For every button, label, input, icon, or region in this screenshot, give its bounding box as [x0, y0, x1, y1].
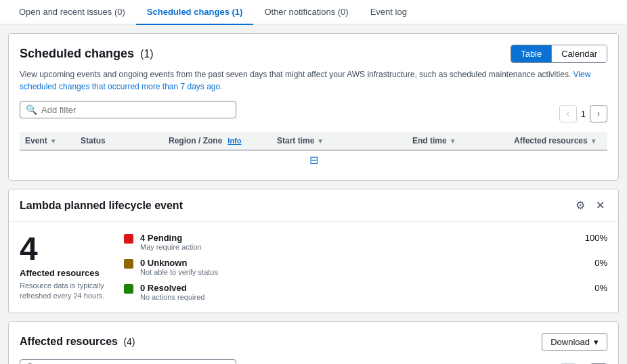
- tabs-bar: Open and recent issues (0) Scheduled cha…: [0, 0, 627, 25]
- page-number: 1: [581, 109, 586, 119]
- event-detail-panel: Lambda planned lifecycle event ⚙ ✕ 4 Aff…: [8, 189, 619, 313]
- search-icon: 🔍: [26, 104, 37, 115]
- resources-filter-row: 🔍 ‹ 1 ›: [20, 359, 607, 364]
- status-desc: May require action: [140, 243, 574, 251]
- expand-row-icon[interactable]: ⊟: [309, 154, 318, 166]
- status-row: 0 Resolved No actions required 0%: [124, 283, 607, 301]
- event-detail-header: Lambda planned lifecycle event ⚙ ✕: [9, 189, 618, 222]
- card-header: Scheduled changes (1) Table Calendar: [20, 45, 607, 63]
- col-region: Region / Zone Info: [169, 136, 277, 145]
- info-text: View upcoming events and ongoing events …: [20, 68, 607, 93]
- event-sort-icon[interactable]: ▼: [50, 137, 57, 145]
- status-breakdown: 4 Pending May require action 100% 0 Unkn…: [124, 233, 607, 302]
- status-name: 0 Resolved: [140, 283, 574, 293]
- table-view-btn[interactable]: Table: [511, 45, 552, 62]
- status-row: 0 Unknown Not able to verify status 0%: [124, 258, 607, 276]
- status-name: 0 Unknown: [140, 258, 574, 268]
- big-number-section: 4 Affected resources Resource data is ty…: [20, 233, 108, 302]
- affected-resources-label: Affected resources: [20, 268, 108, 278]
- col-status: Status: [81, 136, 169, 145]
- table-header: Event ▼ Status Region / Zone Info Start …: [20, 132, 607, 151]
- close-icon-btn[interactable]: ✕: [593, 198, 607, 213]
- status-desc: No actions required: [140, 293, 574, 301]
- tab-scheduled[interactable]: Scheduled changes (1): [136, 0, 254, 25]
- refresh-note: Resource data is typically refreshed eve…: [20, 281, 108, 302]
- status-dot: [124, 284, 133, 294]
- tab-open[interactable]: Open and recent issues (0): [8, 0, 136, 25]
- scheduled-changes-card: Scheduled changes (1) Table Calendar Vie…: [8, 33, 619, 181]
- affected-sort-icon[interactable]: ▼: [590, 137, 597, 145]
- scheduled-pagination: ‹ 1 ›: [559, 105, 607, 122]
- download-label: Download: [550, 337, 590, 347]
- col-affected-resources: Affected resources ▼: [514, 136, 602, 145]
- status-dot: [124, 259, 133, 269]
- download-chevron-icon: ▾: [594, 337, 599, 347]
- status-pct: 100%: [580, 233, 607, 243]
- scheduled-changes-title: Scheduled changes (1): [20, 47, 154, 61]
- start-time-sort-icon[interactable]: ▼: [317, 137, 324, 145]
- status-dot: [124, 234, 133, 244]
- status-info: 4 Pending May require action: [140, 233, 574, 251]
- status-pct: 0%: [580, 283, 607, 293]
- next-page-btn[interactable]: ›: [590, 105, 607, 122]
- end-time-sort-icon[interactable]: ▼: [450, 137, 456, 145]
- col-end-time: End time ▼: [412, 136, 514, 145]
- page-content: Scheduled changes (1) Table Calendar Vie…: [0, 25, 627, 364]
- scheduled-filter-bar[interactable]: 🔍: [20, 101, 236, 118]
- affected-resources-section-title: Affected resources (4): [20, 336, 135, 348]
- prev-page-btn[interactable]: ‹: [559, 105, 577, 122]
- status-row: 4 Pending May require action 100%: [124, 233, 607, 251]
- event-detail-actions: ⚙ ✕: [573, 198, 607, 213]
- settings-icon-btn[interactable]: ⚙: [573, 198, 588, 213]
- calendar-view-btn[interactable]: Calendar: [552, 45, 607, 62]
- event-detail-body: 4 Affected resources Resource data is ty…: [9, 222, 618, 313]
- tab-eventlog[interactable]: Event log: [360, 0, 418, 25]
- col-start-time: Start time ▼: [277, 136, 412, 145]
- region-info-link[interactable]: Info: [228, 137, 241, 145]
- expand-icon-row: ⊟: [20, 151, 607, 169]
- status-info: 0 Unknown Not able to verify status: [140, 258, 574, 276]
- resources-filter-bar[interactable]: 🔍: [20, 359, 236, 364]
- status-info: 0 Resolved No actions required: [140, 283, 574, 301]
- affected-resources-section: Affected resources (4) Download ▾ 🔍 ‹ 1 …: [8, 321, 619, 364]
- view-toggle: Table Calendar: [511, 45, 607, 63]
- col-event: Event ▼: [25, 136, 81, 145]
- status-name: 4 Pending: [140, 233, 574, 243]
- download-button[interactable]: Download ▾: [542, 333, 607, 351]
- event-detail-title: Lambda planned lifecycle event: [20, 200, 183, 212]
- status-pct: 0%: [580, 258, 607, 268]
- status-desc: Not able to verify status: [140, 268, 574, 276]
- affected-count-number: 4: [20, 233, 108, 265]
- scheduled-filter-input[interactable]: [41, 105, 230, 115]
- affected-resources-header: Affected resources (4) Download ▾: [20, 333, 607, 351]
- tab-other[interactable]: Other notifications (0): [253, 0, 359, 25]
